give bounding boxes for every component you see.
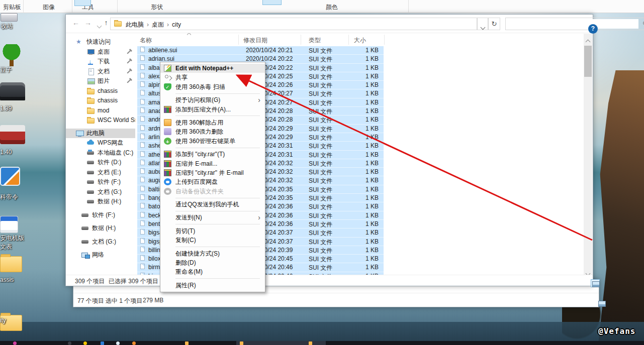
breadcrumb-item[interactable]: 此电脑 <box>126 21 144 28</box>
ribbon-selected-tool[interactable] <box>74 0 91 6</box>
menu-item-使用 360管理右键菜单[interactable]: 使用 360管理右键菜单 <box>160 137 265 146</box>
sidebar-item-mod[interactable]: mod <box>66 106 135 116</box>
up-button[interactable]: ↑ <box>101 19 111 27</box>
taskbar-icon[interactable] <box>83 341 87 345</box>
sidebar-item-软件 (F:)[interactable]: 软件 (F:) <box>66 177 135 187</box>
taskbar-icon[interactable] <box>13 341 17 345</box>
ribbon-group-clipboard[interactable]: 剪贴板 <box>3 3 21 12</box>
taskbar-active-segment[interactable] <box>236 341 326 345</box>
sidebar-item-快速访问[interactable]: 快速访问 <box>66 37 135 47</box>
thumbnail-view-button[interactable] <box>591 279 600 287</box>
file-type: SUI 文件 <box>309 73 332 81</box>
taskbar[interactable] <box>0 341 644 345</box>
taskbar-icon[interactable] <box>309 341 312 345</box>
sidebar-item-软件 (F:)[interactable]: 软件 (F:) <box>66 210 135 220</box>
status-bar: 309 个项目 已选择 309 个项目 <box>66 275 593 286</box>
forward-button[interactable]: → <box>83 19 93 27</box>
ribbon-group-shapes[interactable]: 形状 <box>151 3 163 12</box>
vertical-scrollbar[interactable] <box>584 34 592 275</box>
sidebar-item-本地磁盘 (C:)[interactable]: 本地磁盘 (C:) <box>66 148 135 158</box>
sidebar-item-此电脑[interactable]: 此电脑 <box>66 129 135 139</box>
sidebar-item-下载[interactable]: 下载 <box>66 57 135 67</box>
address-dropdown-button[interactable] <box>477 18 488 30</box>
refresh-button[interactable]: ↻ <box>488 18 500 30</box>
sidebar-item-WPS网盘[interactable]: WPS网盘 <box>66 138 135 148</box>
sidebar-item-图片[interactable]: 图片 <box>66 76 135 86</box>
menu-item-创建快捷方式(S)[interactable]: 创建快捷方式(S) <box>160 249 265 258</box>
desktop-icon-doc[interactable] <box>0 216 18 233</box>
menu-item-label: 添加到压缩文件(A)... <box>175 106 231 113</box>
menu-item-删除(D)[interactable]: 删除(D) <box>160 258 265 267</box>
menu-item-通过QQ发送到我的手机[interactable]: 通过QQ发送到我的手机 <box>160 200 265 209</box>
menu-item-共享[interactable]: 共享 <box>160 73 265 82</box>
breadcrumb[interactable]: 此电脑›桌面›city <box>110 18 477 30</box>
menu-item-复制(C)[interactable]: 复制(C) <box>160 236 265 245</box>
desktop-icon-truck-dark[interactable] <box>0 82 25 100</box>
column-header-date[interactable]: 修改日期 <box>243 36 267 45</box>
menu-item-发送到(N)[interactable]: 发送到(N)› <box>160 213 265 222</box>
ribbon-selected-color[interactable] <box>262 0 282 5</box>
navigation-pane: 快速访问桌面下载文档图片chassischassismodWSC World S… <box>66 33 135 275</box>
desktop-icon-app-blue[interactable] <box>0 167 20 186</box>
help-bubble[interactable]: ? <box>588 24 598 34</box>
sidebar-item-文档 (G:)[interactable]: 文档 (G:) <box>66 187 135 197</box>
menu-item-使用 360强力删除[interactable]: 使用 360强力删除 <box>160 127 265 136</box>
sidebar-item-网络[interactable]: 网络 <box>66 250 135 260</box>
column-separator[interactable] <box>348 35 349 45</box>
menu-separator <box>175 224 260 224</box>
menu-item-重命名(M)[interactable]: 重命名(M) <box>160 267 265 276</box>
sidebar-item-chassis[interactable]: chassis <box>66 96 135 106</box>
menu-item-添加到压缩文件(A)...[interactable]: 添加到压缩文件(A)... <box>160 105 265 114</box>
menu-item-压缩到 "city.rar" 并 E-mail[interactable]: 压缩到 "city.rar" 并 E-mail <box>160 168 265 177</box>
file-row[interactable]: abilene.sui2020/10/24 20:21SUI 文件1 KB <box>137 46 384 55</box>
back-button[interactable]: ← <box>71 19 81 27</box>
sidebar-item-软件 (D:)[interactable]: 软件 (D:) <box>66 158 135 168</box>
desktop-icon-truck-red[interactable] <box>0 125 25 144</box>
file-size: 1 KB <box>365 177 379 184</box>
column-separator[interactable] <box>238 35 239 45</box>
sidebar-item-chassis[interactable]: chassis <box>66 86 135 96</box>
file-type: SUI 文件 <box>309 212 332 220</box>
sidebar-item-文档 (E:)[interactable]: 文档 (E:) <box>66 168 135 178</box>
taskbar-icon[interactable] <box>68 341 71 345</box>
search-box[interactable] <box>505 18 644 30</box>
menu-item-使用 360杀毒 扫描[interactable]: 使用 360杀毒 扫描 <box>160 82 265 91</box>
sidebar-item-数据 (H:)[interactable]: 数据 (H:) <box>66 197 135 207</box>
column-header-size[interactable]: 大小 <box>354 36 366 45</box>
sidebar-item-文档 (G:)[interactable]: 文档 (G:) <box>66 237 135 247</box>
menu-item-属性(R)[interactable]: 属性(R) <box>160 281 265 290</box>
sidebar-item-label: 数据 (H:) <box>98 197 121 207</box>
desktop-icon-folder[interactable] <box>0 256 22 272</box>
menu-item-剪切(T)[interactable]: 剪切(T) <box>160 226 265 236</box>
menu-item-上传到百度网盘[interactable]: 上传到百度网盘 <box>160 177 265 186</box>
explorer-window: ← → ↑ 此电脑›桌面›city ↻ 快速访问桌面下载文档图片chassisc… <box>65 14 593 286</box>
sidebar-item-桌面[interactable]: 桌面 <box>66 47 135 57</box>
thumbnail-view-button[interactable] <box>597 299 606 307</box>
search-input[interactable] <box>508 19 638 29</box>
ribbon-group-colors[interactable]: 颜色 <box>326 3 338 12</box>
column-header-type[interactable]: 类型 <box>309 36 321 45</box>
menu-item-授予访问权限(G)[interactable]: 授予访问权限(G)› <box>160 95 265 104</box>
taskbar-icon[interactable] <box>116 341 120 345</box>
picture-icon <box>87 78 95 84</box>
menu-item-Edit with Notepad++[interactable]: Edit with Notepad++ <box>160 64 265 73</box>
taskbar-icon[interactable] <box>101 341 104 345</box>
taskbar-icon[interactable] <box>185 341 189 345</box>
column-separator[interactable] <box>384 35 385 45</box>
column-separator[interactable] <box>301 35 301 45</box>
breadcrumb-item[interactable]: city <box>172 21 181 28</box>
sidebar-item-数据 (H:)[interactable]: 数据 (H:) <box>66 223 135 234</box>
menu-item-使用 360解除占用[interactable]: 使用 360解除占用 <box>160 118 265 127</box>
menu-item-添加到 "city.rar"(T)[interactable]: 添加到 "city.rar"(T) <box>160 150 265 159</box>
column-header-name[interactable]: 名称 <box>140 36 152 45</box>
sidebar-item-文档[interactable]: 文档 <box>66 67 135 77</box>
taskbar-icon[interactable] <box>240 341 243 345</box>
scrollbar-thumb[interactable] <box>584 46 592 77</box>
sidebar-item-WSC World Snool[interactable]: WSC World Snool <box>66 116 135 126</box>
desktop-icon-recycle[interactable] <box>1 13 18 22</box>
ribbon-group-image[interactable]: 图像 <box>43 3 55 12</box>
breadcrumb-item[interactable]: 桌面 <box>152 21 164 28</box>
desktop-icon-tree[interactable] <box>0 44 23 66</box>
taskbar-icon[interactable] <box>132 341 136 345</box>
menu-item-压缩并 E-mail...[interactable]: 压缩并 E-mail... <box>160 159 265 168</box>
